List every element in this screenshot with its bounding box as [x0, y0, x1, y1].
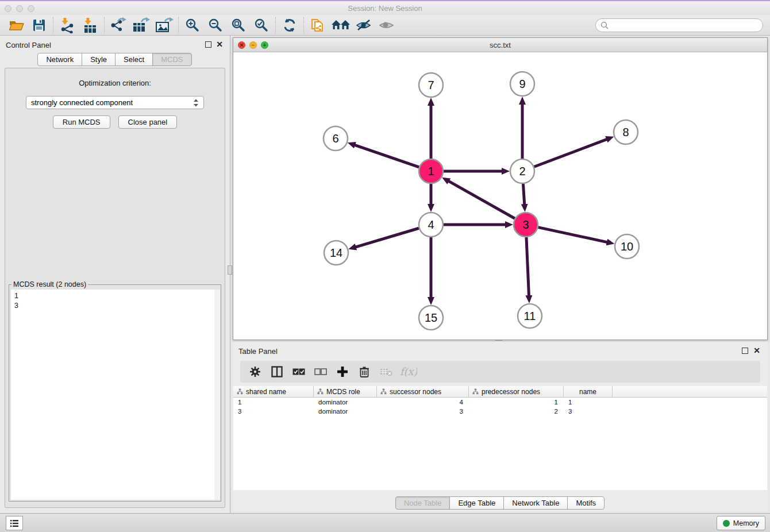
open-folder-icon — [8, 18, 24, 33]
table-cell[interactable]: 3 — [233, 408, 314, 415]
graph-node-7[interactable]: 7 — [419, 73, 443, 97]
column-header-shared-name[interactable]: shared name — [233, 386, 314, 397]
table-body: 1dominator4113dominator323 — [233, 398, 767, 416]
table-settings-button[interactable] — [246, 363, 264, 381]
delete-column-button[interactable] — [377, 363, 395, 381]
home-button[interactable] — [329, 16, 352, 34]
open-session-button[interactable] — [5, 16, 28, 34]
table-cell[interactable]: 1 — [469, 399, 564, 406]
export-network-button[interactable] — [107, 16, 130, 34]
table-cell[interactable]: 3 — [377, 408, 469, 415]
graph-node-14[interactable]: 14 — [324, 241, 348, 265]
zoom-in-button[interactable] — [181, 16, 204, 34]
mcds-result-group: MCDS result (2 nodes) 1 3 — [9, 284, 221, 502]
column-header-mcds-role[interactable]: MCDS role — [314, 386, 377, 397]
search-input[interactable] — [609, 20, 763, 31]
float-table-panel-icon[interactable] — [742, 348, 748, 354]
graph-node-6[interactable]: 6 — [324, 126, 348, 151]
edge-3-1[interactable] — [448, 181, 514, 218]
zoom-fit-button[interactable] — [227, 16, 250, 34]
table-cell[interactable]: 1 — [233, 399, 314, 406]
hide-selected-button[interactable] — [352, 16, 375, 34]
show-all-button[interactable] — [375, 16, 398, 34]
graph-node-9[interactable]: 9 — [510, 72, 534, 96]
tab-select[interactable]: Select — [115, 53, 153, 66]
node-label: 1 — [428, 165, 434, 178]
export-network-icon — [110, 17, 127, 33]
tab-mcds[interactable]: MCDS — [152, 53, 191, 66]
deselect-all-button[interactable] — [311, 363, 330, 381]
task-history-button[interactable] — [6, 516, 23, 530]
column-header-predecessor-nodes[interactable]: predecessor nodes — [469, 386, 564, 397]
table-cell[interactable]: 3 — [564, 408, 613, 415]
edge-2-8[interactable] — [534, 139, 607, 167]
table-tabs: Node TableEdge TableNetwork TableMotifs — [233, 496, 768, 510]
edge-3-11[interactable] — [526, 237, 529, 296]
app-titlebar: Session: New Session — [0, 1, 770, 15]
column-layout-button[interactable] — [268, 363, 286, 381]
zoom-selected-button[interactable] — [250, 16, 273, 34]
close-panel-icon[interactable]: ✕ — [216, 40, 223, 49]
tab-style[interactable]: Style — [82, 53, 116, 66]
graph-node-1[interactable]: 1 — [419, 159, 443, 183]
export-image-button[interactable] — [153, 16, 176, 34]
columns-icon — [271, 366, 283, 377]
tab-node-table[interactable]: Node Table — [395, 496, 451, 510]
node-label: 3 — [522, 218, 529, 231]
node-label: 9 — [519, 78, 525, 90]
select-all-button[interactable] — [290, 363, 308, 381]
table-cell[interactable]: 4 — [377, 399, 469, 406]
close-table-panel-icon[interactable]: ✕ — [753, 346, 760, 355]
close-panel-button[interactable]: Close panel — [118, 115, 178, 129]
delete-row-button[interactable] — [355, 363, 374, 381]
import-table-button[interactable] — [79, 16, 102, 34]
column-header-successor-nodes[interactable]: successor nodes — [377, 386, 469, 397]
clone-network-button[interactable] — [306, 16, 329, 34]
main-toolbar — [0, 15, 770, 36]
run-mcds-button[interactable]: Run MCDS — [53, 115, 110, 129]
search-box[interactable] — [595, 18, 763, 32]
add-column-button[interactable] — [333, 363, 352, 381]
node-label: 4 — [428, 218, 434, 231]
tab-motifs[interactable]: Motifs — [567, 496, 605, 510]
save-session-button[interactable] — [28, 16, 51, 34]
criterion-select[interactable]: strongly connected component — [26, 96, 204, 109]
export-table-button[interactable] — [130, 16, 153, 34]
edge-1-6[interactable] — [355, 145, 419, 167]
mcds-result-list[interactable]: 1 3 — [11, 290, 220, 500]
vertical-splitter-handle[interactable] — [228, 265, 232, 275]
eye-icon — [378, 18, 395, 32]
tab-network[interactable]: Network — [37, 53, 82, 66]
graph-node-4[interactable]: 4 — [419, 213, 443, 237]
edge-2-3[interactable] — [523, 184, 524, 205]
graph-node-11[interactable]: 11 — [518, 304, 542, 328]
float-panel-icon[interactable] — [205, 41, 211, 48]
criterion-selected-value: strongly connected component — [31, 98, 133, 107]
function-builder-button[interactable]: f(x) — [399, 363, 417, 381]
graph-node-15[interactable]: 15 — [419, 306, 443, 330]
tab-network-table[interactable]: Network Table — [503, 496, 568, 510]
table-row[interactable]: 1dominator411 — [233, 398, 767, 407]
table-cell[interactable]: 1 — [564, 399, 613, 406]
table-row[interactable]: 3dominator323 — [233, 407, 767, 416]
result-scrollbar[interactable] — [214, 290, 219, 500]
import-network-button[interactable] — [56, 16, 79, 34]
table-cell[interactable]: dominator — [314, 399, 377, 406]
table-cell[interactable]: 2 — [469, 408, 564, 415]
memory-button[interactable]: Memory — [717, 516, 765, 530]
graph-node-10[interactable]: 10 — [615, 234, 639, 259]
graph-node-2[interactable]: 2 — [510, 159, 534, 183]
graph-node-8[interactable]: 8 — [614, 120, 638, 144]
status-bar: Memory — [0, 513, 770, 532]
network-window-titlebar[interactable]: ✕ − + scc.txt — [233, 38, 767, 52]
column-header-name[interactable]: name — [564, 386, 613, 397]
table-cell[interactable]: dominator — [314, 408, 377, 415]
tab-edge-table[interactable]: Edge Table — [449, 496, 504, 510]
zoom-out-button[interactable] — [204, 16, 227, 34]
node-label: 7 — [428, 79, 434, 91]
refresh-view-button[interactable] — [278, 16, 301, 34]
edge-4-14[interactable] — [356, 228, 419, 247]
network-canvas[interactable]: 7968124314101511 — [233, 52, 767, 340]
edge-3-10[interactable] — [538, 228, 607, 242]
graph-node-3[interactable]: 3 — [514, 213, 538, 237]
